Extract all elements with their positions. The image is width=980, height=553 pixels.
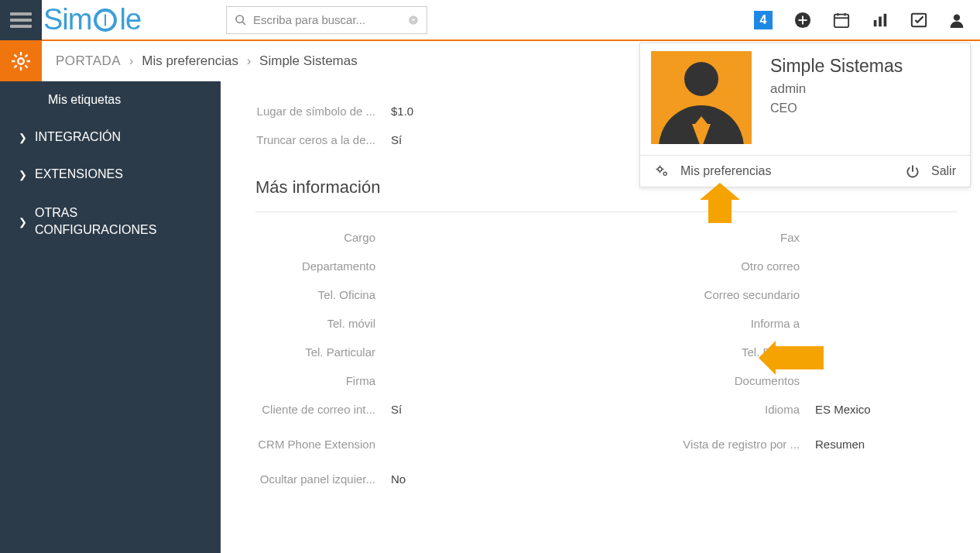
- logo-text-b: le: [119, 3, 141, 36]
- field-value: $1.0: [391, 105, 413, 118]
- svg-point-0: [236, 15, 243, 22]
- divider: [255, 211, 957, 212]
- field-label: Truncar ceros a la de...: [248, 133, 391, 146]
- sidebar-item-integration[interactable]: ❯INTEGRACIÓN: [0, 118, 221, 156]
- svg-point-16: [658, 167, 662, 171]
- task-check-icon[interactable]: [910, 12, 927, 29]
- field-label: Cliente de correo int...: [248, 403, 391, 416]
- app-logo[interactable]: Sim le: [43, 2, 141, 39]
- my-preferences-link[interactable]: Mis preferencias: [654, 163, 771, 179]
- field-label: CRM Phone Extension: [248, 438, 391, 451]
- field-label: Tel. móvil: [248, 317, 391, 330]
- sidebar-item-label: Mis etiquetas: [48, 93, 121, 107]
- sidebar-item-label: INTEGRACIÓN: [35, 130, 121, 144]
- field-label: Idioma: [606, 403, 815, 416]
- field-label: Tel. Oficina: [248, 288, 391, 301]
- search-box[interactable]: [226, 6, 427, 34]
- field-value: ES Mexico: [815, 403, 871, 416]
- chevron-right-icon: ❯: [19, 132, 27, 143]
- logout-label: Salir: [931, 164, 956, 178]
- user-username: admin: [770, 81, 903, 97]
- breadcrumb-l2[interactable]: Simple Sistemas: [259, 53, 358, 68]
- search-dropdown-icon[interactable]: [408, 15, 419, 26]
- field-label: Firma: [248, 374, 391, 387]
- breadcrumb-l1[interactable]: Mis preferencias: [142, 53, 238, 68]
- more-info-panel: CargoFax DepartamentoOtro correo Tel. Of…: [248, 223, 965, 493]
- field-label: Cargo: [248, 231, 391, 244]
- field-label: Lugar de símbolo de ...: [248, 105, 391, 118]
- settings-gear-button[interactable]: [0, 41, 42, 81]
- user-icon[interactable]: [949, 12, 965, 29]
- chart-icon[interactable]: [872, 12, 889, 29]
- annotation-arrow-up: [704, 183, 735, 222]
- field-label: Documentos: [606, 374, 815, 387]
- sidebar-item-label: EXTENSIONES: [35, 167, 123, 181]
- field-label: Departamento: [248, 259, 391, 273]
- svg-line-1: [242, 22, 245, 25]
- svg-point-14: [954, 14, 960, 20]
- annotation-arrow-left: [759, 341, 824, 375]
- user-menu-popup: Simple Sistemas admin CEO Mis preferenci…: [639, 43, 971, 187]
- field-label: Tel. Particular: [248, 345, 391, 359]
- topbar: Sim le 4: [0, 0, 980, 41]
- field-label: Correo secundario: [606, 288, 815, 301]
- breadcrumb-sep: ›: [247, 53, 252, 68]
- logo-pinwheel-icon: [94, 9, 117, 32]
- user-full-name: Simple Sistemas: [770, 56, 903, 77]
- chevron-right-icon: ❯: [19, 169, 27, 180]
- sidebar-item-label: OTRAS CONFIGURACIONES: [35, 204, 202, 239]
- sidebar-item-other-configs[interactable]: ❯OTRAS CONFIGURACIONES: [0, 193, 221, 251]
- svg-rect-10: [874, 20, 877, 26]
- svg-rect-5: [799, 19, 807, 21]
- user-role: CEO: [770, 101, 903, 115]
- my-preferences-label: Mis preferencias: [680, 164, 771, 178]
- sidebar-item-extensions[interactable]: ❯EXTENSIONES: [0, 156, 221, 193]
- calendar-icon[interactable]: [833, 12, 850, 29]
- field-value: Resumen: [815, 438, 865, 451]
- search-icon: [235, 14, 247, 26]
- gear-icon: [11, 51, 31, 71]
- sidebar-item-my-tags[interactable]: Mis etiquetas: [0, 81, 221, 118]
- field-label: Ocultar panel izquier...: [248, 472, 391, 486]
- user-avatar[interactable]: [651, 51, 752, 144]
- gears-icon: [654, 163, 670, 179]
- logout-link[interactable]: Salir: [905, 163, 956, 179]
- field-value: Sí: [391, 403, 402, 416]
- svg-rect-6: [834, 14, 848, 26]
- field-value: No: [391, 472, 406, 486]
- power-icon: [905, 163, 920, 179]
- field-label: Fax: [606, 231, 815, 244]
- svg-rect-11: [879, 16, 882, 26]
- svg-rect-12: [884, 13, 887, 26]
- left-sidebar: Mis etiquetas ❯INTEGRACIÓN ❯EXTENSIONES …: [0, 81, 221, 553]
- top-icon-bar: 4: [754, 11, 980, 29]
- add-icon[interactable]: [794, 12, 811, 29]
- logo-text-a: Sim: [43, 3, 91, 36]
- svg-point-15: [18, 58, 24, 64]
- hamburger-button[interactable]: [0, 0, 42, 40]
- breadcrumbs: PORTADA › Mis preferencias › Simple Sist…: [56, 53, 358, 69]
- notification-badge[interactable]: 4: [754, 11, 773, 29]
- search-input[interactable]: [253, 13, 408, 26]
- breadcrumb-home[interactable]: PORTADA: [56, 53, 121, 68]
- field-value: Sí: [391, 133, 402, 146]
- chevron-right-icon: ❯: [19, 216, 27, 228]
- field-label: Vista de registro por ...: [606, 438, 815, 451]
- field-label: Informa a: [606, 317, 815, 330]
- field-label: Otro correo: [606, 259, 815, 273]
- svg-point-17: [663, 172, 666, 175]
- breadcrumb-sep: ›: [129, 53, 134, 68]
